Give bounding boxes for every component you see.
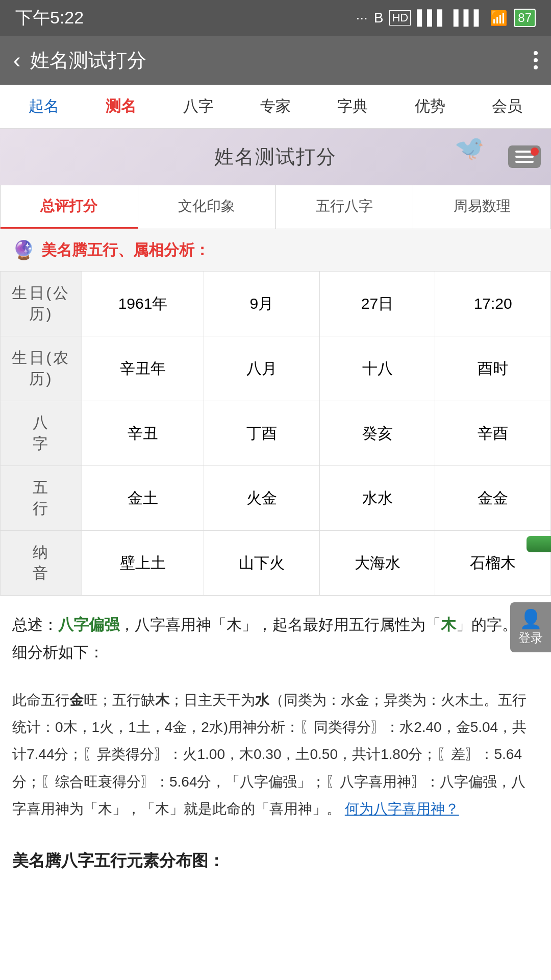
row-label-nayin: 纳 音 xyxy=(1,531,82,596)
bottom-section-header: 美名腾八字五行元素分布图： xyxy=(0,838,551,877)
toolbar: ‹ 姓名测试打分 xyxy=(0,36,551,85)
analysis-icon: 🔮 xyxy=(12,239,35,261)
summary-highlight2: 木 xyxy=(441,616,456,633)
cell-wuxing-2: 火金 xyxy=(204,466,320,531)
cell-bazi-3: 癸亥 xyxy=(319,401,435,466)
summary-highlight1: 八字偏强 xyxy=(58,616,119,633)
bazi-xiyongshen-link[interactable]: 何为八字喜用神？ xyxy=(345,801,459,817)
page-banner: 姓名测试打分 🐦 xyxy=(0,129,551,185)
bluetooth-icon: B xyxy=(374,10,384,26)
cell-bazi-2: 丁酉 xyxy=(204,401,320,466)
notification-dot xyxy=(531,148,539,156)
cell-wuxing-3: 水水 xyxy=(319,466,435,531)
cell-lunar-time: 酉时 xyxy=(435,336,551,401)
cell-solar-month: 9月 xyxy=(204,272,320,336)
login-label: 登录 xyxy=(518,631,543,645)
cell-solar-year: 1961年 xyxy=(82,272,204,336)
nav-tabs: 起名 测名 八字 专家 字典 优势 会员 xyxy=(0,85,551,129)
nav-tab-cename[interactable]: 测名 xyxy=(82,85,159,128)
cell-wuxing-4: 金金 xyxy=(435,466,551,531)
cell-lunar-month: 八月 xyxy=(204,336,320,401)
detail-content: 此命五行金旺；五行缺木；日主天干为水（同类为：水金；异类为：火木土。五行统计：0… xyxy=(12,692,527,817)
battery-indicator: 87 xyxy=(514,9,536,27)
table-row: 纳 音 壁上土 山下火 大海水 石榴木 xyxy=(1,531,551,596)
content-tabs: 总评打分 文化印象 五行八字 周易数理 xyxy=(0,185,551,229)
nav-tab-zidian[interactable]: 字典 xyxy=(314,85,391,128)
summary-prefix: 总述： xyxy=(12,616,58,633)
table-row: 生日(公历) 1961年 9月 27日 17:20 xyxy=(1,272,551,336)
section-header-text: 美名腾五行、属相分析： xyxy=(41,240,210,261)
summary-middle: ，八字喜用神「木」，起名最好用五行属性为「 xyxy=(119,616,441,633)
signal-icon2: ▌▌▌ xyxy=(454,10,484,26)
cell-bazi-4: 辛酉 xyxy=(435,401,551,466)
row-label-solar: 生日(公历) xyxy=(1,272,82,336)
status-time: 下午5:22 xyxy=(15,6,84,30)
nav-tab-qiming[interactable]: 起名 xyxy=(5,85,82,128)
nav-tab-zhuanjia[interactable]: 专家 xyxy=(237,85,314,128)
nav-tab-huiyuan[interactable]: 会员 xyxy=(469,85,546,128)
toolbar-title: 姓名测试打分 xyxy=(30,47,534,74)
cell-wuxing-1: 金土 xyxy=(82,466,204,531)
more-menu-button[interactable] xyxy=(534,51,538,69)
content-tab-zhouyi[interactable]: 周易数理 xyxy=(413,185,550,229)
hamburger-menu-button[interactable] xyxy=(508,145,541,168)
wifi-icon: 📶 xyxy=(490,10,508,27)
signal-dots-icon: ··· xyxy=(356,10,367,26)
cell-bazi-1: 辛丑 xyxy=(82,401,204,466)
row-label-bazi: 八 字 xyxy=(1,401,82,466)
page-banner-title: 姓名测试打分 xyxy=(214,144,337,170)
cell-nayin-2: 山下火 xyxy=(204,531,320,596)
status-icons: ··· B HD ▌▌▌ ▌▌▌ 📶 87 xyxy=(356,9,536,27)
cell-nayin-1: 壁上土 xyxy=(82,531,204,596)
table-row: 生日(农历) 辛丑年 八月 十八 酉时 xyxy=(1,336,551,401)
float-login-button[interactable]: 👤 登录 xyxy=(510,602,551,652)
cell-solar-time: 17:20 xyxy=(435,272,551,336)
content-tab-zongping[interactable]: 总评打分 xyxy=(1,185,138,229)
row-label-wuxing: 五 行 xyxy=(1,466,82,531)
nav-tab-bazi[interactable]: 八字 xyxy=(160,85,237,128)
nav-tab-youshi[interactable]: 优势 xyxy=(391,85,468,128)
detail-block: 此命五行金旺；五行缺木；日主天干为水（同类为：水金；异类为：火木土。五行统计：0… xyxy=(0,681,551,838)
bazi-data-table: 生日(公历) 1961年 9月 27日 17:20 生日(农历) 辛丑年 八月 … xyxy=(0,271,551,596)
status-bar: 下午5:22 ··· B HD ▌▌▌ ▌▌▌ 📶 87 xyxy=(0,0,551,36)
cell-nayin-3: 大海水 xyxy=(319,531,435,596)
cell-lunar-year: 辛丑年 xyxy=(82,336,204,401)
table-row: 五 行 金土 火金 水水 金金 xyxy=(1,466,551,531)
row-label-lunar: 生日(农历) xyxy=(1,336,82,401)
bird-decoration-icon: 🐦 xyxy=(454,134,485,162)
back-button[interactable]: ‹ xyxy=(13,47,21,73)
table-row: 八 字 辛丑 丁酉 癸亥 辛酉 xyxy=(1,401,551,466)
person-icon: 👤 xyxy=(515,608,546,630)
section-header: 🔮 美名腾五行、属相分析： xyxy=(0,229,551,271)
content-tab-wuxing[interactable]: 五行八字 xyxy=(276,185,414,229)
cell-lunar-day: 十八 xyxy=(319,336,435,401)
summary-block: 总述：八字偏强，八字喜用神「木」，起名最好用五行属性为「木」的字。详细分析如下： xyxy=(0,596,551,681)
content-tab-wenhua[interactable]: 文化印象 xyxy=(138,185,276,229)
float-consult-button[interactable]: 在线咨询 xyxy=(527,536,551,552)
cell-solar-day: 27日 xyxy=(319,272,435,336)
signal-icon: ▌▌▌ xyxy=(417,10,447,26)
hd-icon: HD xyxy=(389,10,411,26)
